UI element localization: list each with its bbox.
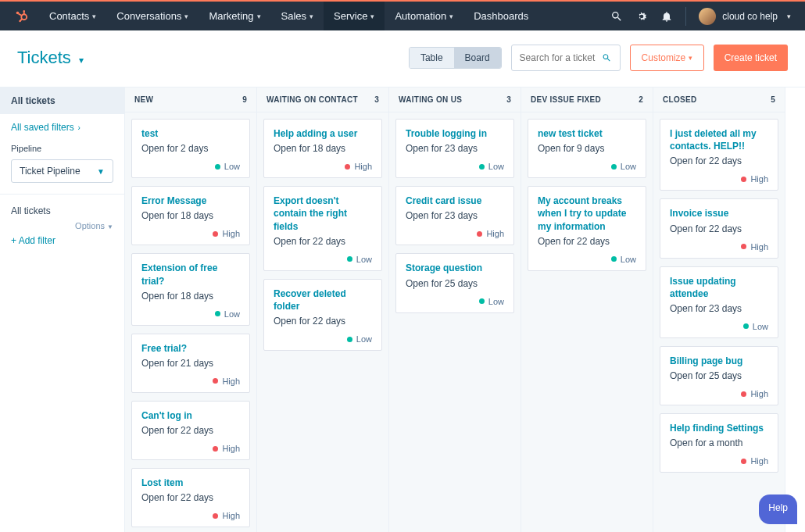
ticket-card[interactable]: Credit card issueOpen for 23 daysHigh: [395, 186, 514, 245]
ticket-footer: High: [670, 242, 768, 252]
nav-item-dashboards[interactable]: Dashboards: [463, 2, 538, 30]
column-count: 5: [771, 95, 775, 104]
ticket-footer: High: [670, 174, 768, 184]
page-title[interactable]: Tickets ▾: [17, 48, 84, 68]
topbar: Contacts▾Conversations▾Marketing▾Sales▾S…: [0, 2, 805, 30]
ticket-title[interactable]: I just deleted all my contacts. HELP!!: [670, 127, 768, 152]
ticket-open-duration: Open for 23 days: [406, 143, 504, 154]
chevron-right-icon: ›: [76, 123, 80, 132]
priority-label: Low: [753, 322, 768, 331]
ticket-title[interactable]: Help adding a user: [274, 127, 372, 140]
user-menu[interactable]: cloud co help ▾: [685, 7, 791, 26]
customize-button[interactable]: Customize ▾: [630, 45, 704, 71]
ticket-title[interactable]: Invoice issue: [670, 207, 768, 220]
ticket-footer: Low: [670, 322, 768, 331]
table-view-button[interactable]: Table: [410, 48, 454, 68]
ticket-card[interactable]: Extension of free trial?Open for 18 days…: [131, 253, 250, 325]
nav-item-automation[interactable]: Automation▾: [385, 2, 463, 30]
ticket-title[interactable]: Recover deleted folder: [274, 287, 372, 312]
ticket-open-duration: Open for 22 days: [670, 155, 768, 166]
ticket-card[interactable]: Can't log inOpen for 22 daysHigh: [131, 401, 250, 460]
priority-dot: [213, 231, 218, 237]
ticket-open-duration: Open for 22 days: [274, 236, 372, 247]
sidebar-all-tickets[interactable]: All tickets: [0, 87, 124, 114]
ticket-title[interactable]: Can't log in: [141, 409, 240, 422]
priority-label: Low: [621, 255, 636, 264]
ticket-title[interactable]: Error Message: [141, 195, 240, 207]
ticket-open-duration: Open for 23 days: [406, 210, 504, 221]
hubspot-logo[interactable]: [14, 9, 28, 23]
ticket-card[interactable]: Export doesn't contain the right fieldsO…: [263, 186, 382, 271]
ticket-title[interactable]: test: [141, 127, 240, 140]
ticket-title[interactable]: new test ticket: [538, 127, 636, 140]
ticket-card[interactable]: Storage questionOpen for 25 daysLow: [395, 253, 514, 312]
ticket-footer: Low: [406, 162, 504, 171]
board-view-button[interactable]: Board: [454, 48, 501, 68]
priority-dot: [215, 164, 220, 170]
column-name: DEV ISSUE FIXED: [531, 95, 601, 104]
nav-item-sales[interactable]: Sales▾: [271, 2, 324, 30]
create-ticket-button[interactable]: Create ticket: [714, 45, 788, 71]
priority-label: Low: [224, 309, 240, 319]
options-link[interactable]: Options ▼: [75, 221, 113, 230]
nav-item-conversations[interactable]: Conversations▾: [106, 2, 199, 30]
ticket-card[interactable]: Invoice issueOpen for 22 daysHigh: [660, 198, 778, 258]
ticket-title[interactable]: Billing page bug: [670, 355, 768, 367]
chevron-down-icon: ▾: [79, 55, 84, 66]
priority-label: High: [222, 229, 240, 238]
ticket-title[interactable]: Help finding Settings: [670, 422, 768, 434]
ticket-card[interactable]: testOpen for 2 daysLow: [131, 119, 250, 178]
ticket-title[interactable]: Export doesn't contain the right fields: [274, 195, 372, 233]
priority-dot: [741, 244, 746, 249]
ticket-open-duration: Open for 22 days: [141, 492, 240, 503]
ticket-title[interactable]: My account breaks when I try to update m…: [538, 195, 636, 233]
user-name: cloud co help: [722, 11, 778, 22]
ticket-card[interactable]: My account breaks when I try to update m…: [528, 186, 646, 271]
ticket-open-duration: Open for 22 days: [274, 316, 372, 327]
bell-icon[interactable]: [660, 10, 673, 23]
gear-icon[interactable]: [635, 10, 648, 23]
nav-item-marketing[interactable]: Marketing▾: [199, 2, 270, 30]
topbar-right: cloud co help ▾: [610, 7, 791, 26]
chevron-down-icon: ▾: [449, 12, 453, 20]
ticket-card[interactable]: Billing page bugOpen for 25 daysHigh: [660, 346, 778, 405]
nav-item-service[interactable]: Service▾: [324, 2, 385, 30]
ticket-open-duration: Open for 21 days: [141, 358, 240, 369]
sidebar-saved-filters-link[interactable]: All saved filters ›: [0, 114, 124, 141]
ticket-title[interactable]: Free trial?: [141, 342, 240, 355]
chevron-down-icon: ▾: [309, 12, 313, 20]
help-fab[interactable]: Help: [759, 495, 797, 524]
ticket-title[interactable]: Extension of free trial?: [141, 262, 240, 287]
ticket-title[interactable]: Trouble logging in: [406, 127, 504, 140]
ticket-title[interactable]: Credit card issue: [406, 195, 504, 207]
board-column: CLOSED5I just deleted all my contacts. H…: [653, 87, 785, 532]
main-content: All tickets All saved filters › Pipeline…: [0, 87, 805, 532]
ticket-footer: Low: [141, 309, 240, 319]
ticket-card[interactable]: Free trial?Open for 21 daysHigh: [131, 334, 250, 393]
page-header: Tickets ▾ Table Board Customize ▾ Create…: [0, 30, 805, 87]
chevron-down-icon: ▾: [787, 12, 791, 20]
ticket-card[interactable]: Issue updating attendeeOpen for 23 daysL…: [660, 266, 778, 338]
ticket-footer: High: [274, 162, 372, 171]
ticket-card[interactable]: Help finding SettingsOpen for a monthHig…: [660, 413, 778, 473]
ticket-open-duration: Open for 18 days: [141, 210, 240, 221]
ticket-title[interactable]: Storage question: [406, 262, 504, 274]
search-input-wrapper[interactable]: [511, 45, 621, 71]
ticket-card[interactable]: new test ticketOpen for 9 daysLow: [528, 119, 646, 178]
add-filter-link[interactable]: + Add filter: [0, 230, 124, 251]
ticket-card[interactable]: Recover deleted folderOpen for 22 daysLo…: [263, 279, 382, 351]
ticket-title[interactable]: Lost item: [141, 477, 240, 489]
search-input[interactable]: [520, 52, 602, 63]
search-icon[interactable]: [610, 10, 623, 23]
ticket-card[interactable]: Help adding a userOpen for 18 daysHigh: [263, 119, 382, 178]
priority-label: Low: [356, 255, 372, 264]
ticket-card[interactable]: Lost itemOpen for 22 daysHigh: [131, 468, 250, 527]
ticket-card[interactable]: I just deleted all my contacts. HELP!!Op…: [660, 119, 778, 191]
ticket-card[interactable]: Error MessageOpen for 18 daysHigh: [131, 186, 250, 245]
priority-label: Low: [356, 334, 372, 344]
pipeline-select[interactable]: Ticket Pipeline ▼: [11, 159, 113, 183]
nav-item-contacts[interactable]: Contacts▾: [39, 2, 106, 30]
ticket-title[interactable]: Issue updating attendee: [670, 275, 768, 300]
svg-line-2: [19, 13, 23, 16]
ticket-card[interactable]: Trouble logging inOpen for 23 daysLow: [395, 119, 514, 178]
